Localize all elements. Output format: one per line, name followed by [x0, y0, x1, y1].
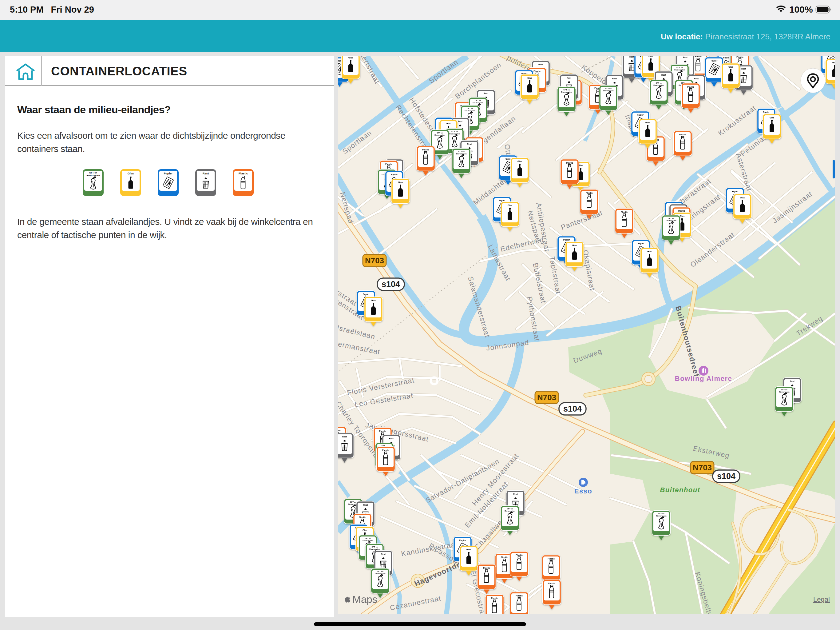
svg-text:Rest: Rest — [342, 435, 347, 438]
svg-text:Etensresten: Etensresten — [363, 540, 373, 541]
svg-text:Legal: Legal — [813, 595, 830, 603]
svg-text:GFT en: GFT en — [377, 571, 384, 573]
svg-text:Rest: Rest — [741, 68, 746, 70]
svg-text:GFT en: GFT en — [676, 67, 683, 69]
svg-text:Papier: Papier — [711, 60, 718, 62]
svg-text:Etensresten: Etensresten — [674, 69, 685, 71]
svg-text:Rest: Rest — [467, 143, 472, 145]
svg-text:Rest: Rest — [381, 553, 386, 555]
svg-text:s104: s104 — [382, 280, 400, 289]
svg-text:Etensresten: Etensresten — [464, 110, 475, 112]
svg-text:Glas: Glas — [466, 548, 471, 551]
svg-text:GFT en: GFT en — [89, 171, 97, 174]
svg-text:GFT en: GFT en — [507, 508, 513, 510]
svg-text:Plastic: Plastic — [422, 149, 429, 151]
svg-text:Glas: Glas — [645, 122, 650, 123]
svg-text:Glas: Glas — [128, 172, 134, 175]
svg-text:Glas: Glas — [572, 244, 577, 246]
svg-text:N703: N703 — [537, 393, 556, 402]
svg-text:Glas: Glas — [371, 299, 376, 301]
svg-text:Glas: Glas — [348, 57, 353, 59]
svg-text:Rest: Rest — [629, 56, 634, 58]
svg-text:Plastic: Plastic — [679, 133, 686, 136]
svg-text:Etensresten: Etensresten — [505, 510, 515, 512]
svg-text:Etensresten: Etensresten — [603, 90, 614, 92]
svg-text:Plastic: Plastic — [621, 211, 628, 213]
svg-text:Plastic: Plastic — [534, 70, 540, 72]
svg-text:GFT en: GFT en — [371, 546, 378, 548]
svg-text:GFT en: GFT en — [458, 151, 464, 153]
svg-text:Glas: Glas — [527, 77, 532, 79]
svg-text:Papier: Papier — [563, 239, 570, 241]
svg-text:Papier: Papier — [637, 114, 644, 116]
svg-text:Maps: Maps — [352, 594, 377, 605]
svg-text:Glas: Glas — [518, 160, 522, 162]
svg-text:GFT en: GFT en — [467, 108, 473, 109]
svg-text:Glas: Glas — [680, 215, 684, 217]
svg-text:GFT en: GFT en — [365, 537, 371, 539]
svg-text:N703: N703 — [365, 256, 384, 265]
svg-text:Etensresten: Etensresten — [472, 102, 483, 104]
svg-text:Etensresten: Etensresten — [87, 174, 100, 177]
svg-text:GFT en: GFT en — [350, 501, 356, 503]
svg-text:Rest: Rest — [567, 77, 572, 79]
svg-text:GFT en: GFT en — [452, 131, 458, 133]
svg-text:Glas: Glas — [740, 196, 745, 199]
svg-text:Glas: Glas — [649, 56, 653, 57]
svg-text:Plastic: Plastic — [736, 56, 744, 58]
svg-text:Plastic: Plastic — [359, 516, 366, 518]
svg-text:Plastic: Plastic — [382, 449, 389, 451]
svg-text:Plastic: Plastic — [566, 162, 573, 164]
svg-text:Plastic: Plastic — [678, 210, 685, 212]
svg-text:Rest: Rest — [683, 56, 688, 59]
svg-text:Plastic: Plastic — [516, 554, 523, 556]
svg-text:s104: s104 — [563, 404, 582, 413]
svg-text:Plastic: Plastic — [379, 430, 386, 432]
svg-text:Papier: Papier — [638, 242, 644, 245]
svg-text:Plastic: Plastic — [516, 595, 523, 597]
svg-text:Rest: Rest — [458, 120, 463, 122]
svg-text:Papier: Papier — [763, 111, 770, 114]
svg-text:Etensresten: Etensresten — [434, 134, 445, 136]
svg-text:GFT en: GFT en — [605, 88, 611, 90]
svg-text:Rest: Rest — [612, 78, 617, 80]
svg-text:Glas: Glas — [446, 122, 451, 125]
svg-text:Glas: Glas — [398, 181, 403, 184]
svg-text:GFT en: GFT en — [658, 513, 665, 514]
svg-text:Rest: Rest — [363, 504, 368, 506]
svg-text:Plastic: Plastic — [586, 192, 593, 194]
svg-text:Plastic: Plastic — [483, 567, 490, 569]
svg-text:Etensresten: Etensresten — [375, 573, 385, 575]
svg-text:Glas: Glas — [647, 250, 652, 253]
svg-text:Rest: Rest — [662, 74, 666, 76]
svg-text:GFT en: GFT en — [563, 89, 570, 91]
svg-text:Etensresten: Etensresten — [456, 153, 467, 155]
svg-text:Glas: Glas — [508, 204, 512, 206]
svg-text:Plastic: Plastic — [687, 86, 694, 88]
svg-text:Etensresten: Etensresten — [779, 391, 789, 393]
svg-text:Buitenhout: Buitenhout — [660, 486, 700, 494]
svg-text:Plastic: Plastic — [695, 56, 702, 57]
svg-text:Papier: Papier — [723, 57, 730, 59]
svg-text:Papier: Papier — [391, 174, 398, 176]
svg-text:Rest: Rest — [694, 78, 699, 80]
svg-text:Glas: Glas — [832, 62, 835, 64]
svg-text:Plastic: Plastic — [548, 558, 555, 560]
svg-text:Plastic: Plastic — [338, 429, 341, 432]
svg-text:GFT en: GFT en — [437, 132, 443, 134]
svg-text:GFT en: GFT en — [781, 389, 788, 391]
svg-text:Papier: Papier — [363, 293, 369, 296]
svg-text:Rest: Rest — [389, 437, 394, 440]
svg-text:Etensresten: Etensresten — [654, 84, 664, 86]
svg-text:Plastic: Plastic — [238, 172, 248, 175]
svg-text:GFT en: GFT en — [668, 217, 674, 219]
svg-text:Rest: Rest — [513, 493, 518, 495]
svg-text:GFT en: GFT en — [475, 100, 481, 101]
svg-text:Plastic: Plastic — [491, 597, 498, 599]
svg-text:GFT en: GFT en — [655, 82, 662, 84]
svg-text:Bowling Almere: Bowling Almere — [675, 375, 732, 382]
svg-text:Rest: Rest — [790, 380, 795, 382]
svg-text:Etensresten: Etensresten — [656, 515, 666, 517]
svg-text:Papier: Papier — [459, 539, 466, 542]
svg-text:Etensresten: Etensresten — [561, 91, 572, 93]
